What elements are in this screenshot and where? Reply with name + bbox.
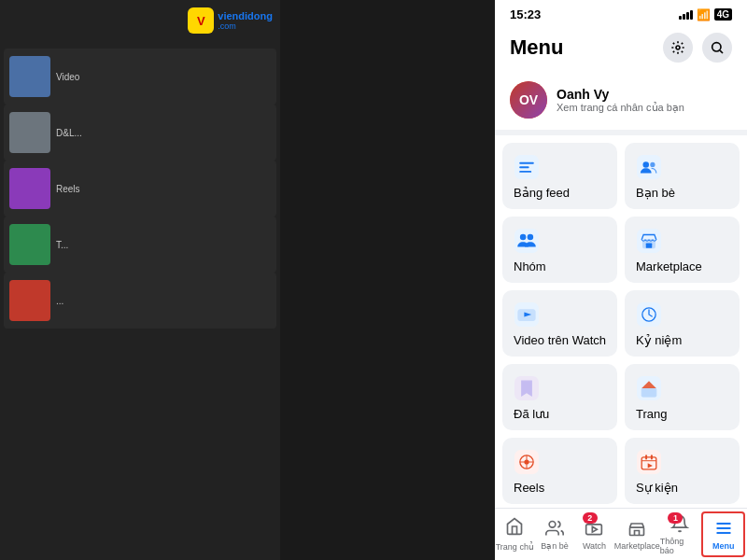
menu-item-su-kien[interactable]: Sự kiện <box>625 438 740 504</box>
bar-1 <box>679 16 682 20</box>
menu-item-nhom[interactable]: Nhóm <box>502 217 617 283</box>
svg-rect-9 <box>514 229 539 253</box>
video-watch-label: Video trên Watch <box>514 333 606 347</box>
right-thumb-1 <box>9 56 50 97</box>
right-text-2: D&L... <box>56 127 82 139</box>
ky-niem-icon <box>636 301 662 328</box>
vdd-logo: V viendidong .com <box>188 7 273 34</box>
phone-frame: 15:23 📶 4G Menu <box>495 0 747 560</box>
nav-ban-be-label: Bạn bè <box>541 541 569 551</box>
nav-trang-chu[interactable]: Trang chủ <box>495 509 535 560</box>
ky-niem-label: Kỷ niệm <box>636 333 728 347</box>
thong-bao-badge: 1 <box>668 512 683 524</box>
bar-2 <box>683 14 685 20</box>
signal-bars <box>679 10 693 20</box>
svg-rect-6 <box>637 155 661 179</box>
avatar-inner: OV <box>510 81 547 119</box>
marketplace-nav-icon <box>627 519 646 539</box>
profile-section[interactable]: OV Oanh Vy Xem trang cá nhân của bạn <box>495 72 747 135</box>
bang-feed-label: Bảng feed <box>514 186 606 200</box>
right-thumb-3 <box>9 168 50 209</box>
right-text-3: Reels <box>56 183 80 195</box>
svg-rect-14 <box>646 244 653 248</box>
ban-be-icon <box>636 154 662 180</box>
svg-rect-4 <box>519 166 529 168</box>
friends-icon <box>545 519 564 539</box>
page-title: Menu <box>510 35 563 60</box>
svg-point-1 <box>712 43 721 51</box>
right-item-3: Reels <box>4 161 276 217</box>
right-item-2: D&L... <box>4 105 276 161</box>
vdd-name: viendidong <box>218 10 273 21</box>
video-watch-icon <box>514 301 540 328</box>
su-kien-icon <box>636 449 662 475</box>
right-text-5: ... <box>56 295 63 307</box>
nhom-icon <box>514 228 540 254</box>
home-icon <box>505 517 524 540</box>
nav-marketplace-label: Marketplace <box>614 541 660 551</box>
nav-thong-bao[interactable]: Thông báo 1 <box>660 509 700 560</box>
nav-trang-chu-label: Trang chủ <box>496 542 534 552</box>
svg-marker-38 <box>593 526 598 532</box>
ban-be-label: Bạn bè <box>636 186 728 200</box>
menu-item-trang[interactable]: Trang <box>625 364 740 430</box>
vdd-icon: V <box>188 7 214 34</box>
svg-rect-3 <box>519 162 534 164</box>
svg-point-0 <box>676 46 680 49</box>
vdd-text-block: viendidong .com <box>218 10 273 31</box>
right-item-4: T... <box>4 217 276 273</box>
nhom-label: Nhóm <box>514 259 606 273</box>
nav-watch[interactable]: Watch 2 <box>574 509 614 560</box>
su-kien-label: Sự kiện <box>636 481 728 495</box>
right-panel: V viendidong .com Video D&L... Reels T..… <box>0 0 280 560</box>
menu-item-reels[interactable]: Reels <box>502 438 617 504</box>
bang-feed-icon <box>514 154 540 180</box>
scroll-content[interactable]: Bảng feed Bạn bè <box>495 135 747 560</box>
settings-button[interactable] <box>663 33 693 63</box>
svg-point-36 <box>549 521 556 527</box>
status-icons: 📶 4G <box>679 8 732 21</box>
svg-rect-32 <box>645 455 647 459</box>
marketplace-icon <box>636 228 662 254</box>
menu-item-bang-feed[interactable]: Bảng feed <box>502 143 617 209</box>
bar-3 <box>686 12 689 20</box>
avatar: OV <box>510 81 547 119</box>
svg-point-8 <box>650 162 655 167</box>
menu-item-video-watch[interactable]: Video trên Watch <box>502 290 617 357</box>
menu-item-marketplace[interactable]: Marketplace <box>625 217 740 283</box>
svg-point-11 <box>528 234 534 241</box>
nav-marketplace[interactable]: Marketplace <box>614 509 660 560</box>
da-luu-icon <box>514 375 540 401</box>
right-thumb-4 <box>9 224 50 265</box>
nav-thong-bao-label: Thông báo <box>660 537 700 555</box>
wifi-icon: 📶 <box>697 8 711 21</box>
svg-point-10 <box>520 234 527 241</box>
nav-ban-be[interactable]: Bạn bè <box>535 509 575 560</box>
svg-rect-33 <box>651 455 653 459</box>
right-items: Video D&L... Reels T... ... <box>4 49 276 329</box>
svg-rect-22 <box>641 388 656 397</box>
profile-info: Oanh Vy Xem trang cá nhân của bạn <box>557 87 684 114</box>
reels-icon <box>514 449 540 475</box>
right-thumb-5 <box>9 280 50 321</box>
nav-watch-label: Watch <box>583 541 606 551</box>
right-thumb-2 <box>9 112 50 153</box>
reels-label: Reels <box>514 481 606 495</box>
vdd-sub: .com <box>218 21 273 31</box>
svg-rect-39 <box>630 527 644 535</box>
search-button[interactable] <box>702 33 732 63</box>
profile-subtitle: Xem trang cá nhân của bạn <box>557 102 684 114</box>
menu-item-ban-be[interactable]: Bạn bè <box>625 143 740 209</box>
menu-item-ky-niem[interactable]: Kỷ niệm <box>625 290 740 357</box>
profile-name: Oanh Vy <box>557 87 684 102</box>
right-item-5: ... <box>4 273 276 329</box>
svg-rect-37 <box>586 524 602 534</box>
nav-menu[interactable]: Menu <box>701 511 745 557</box>
menu-grid: Bảng feed Bạn bè <box>495 135 747 511</box>
menu-item-da-luu[interactable]: Đã lưu <box>502 364 617 430</box>
menu-icon-nav <box>714 519 733 539</box>
svg-rect-5 <box>519 171 531 173</box>
marketplace-label: Marketplace <box>636 259 728 273</box>
right-text-1: Video <box>56 71 79 83</box>
da-luu-label: Đã lưu <box>514 407 606 421</box>
